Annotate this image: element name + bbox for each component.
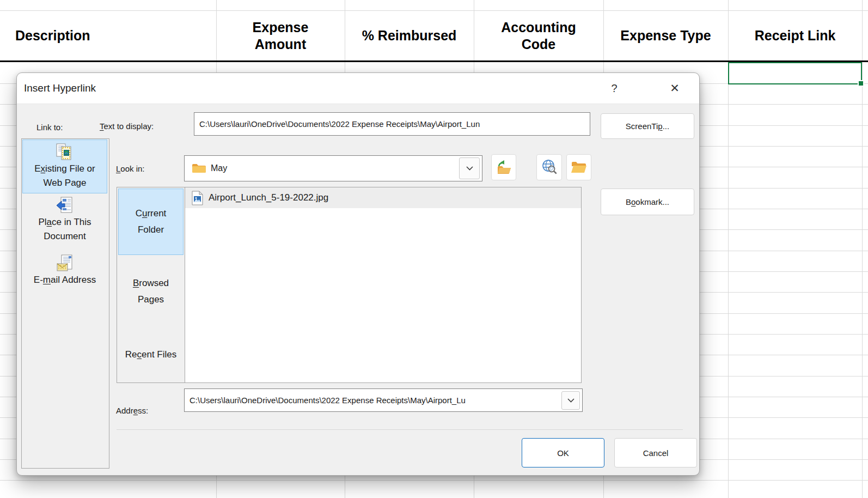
- look-in-value: May: [211, 156, 456, 181]
- chevron-down-icon: [567, 398, 574, 403]
- email-address-icon: [56, 254, 74, 272]
- look-in-dropdown[interactable]: May: [184, 155, 482, 181]
- look-in-chevron-button[interactable]: [459, 157, 480, 179]
- ok-button[interactable]: OK: [522, 438, 604, 467]
- file-browser-panel: Current Folder Browsed Pages Recent File…: [117, 187, 582, 383]
- gridline: [862, 0, 863, 498]
- address-label: Address:: [116, 405, 148, 416]
- category-recent-files[interactable]: Recent Files: [117, 345, 185, 364]
- column-header-expense-amount[interactable]: Expense Amount: [216, 11, 345, 60]
- chevron-down-icon: [466, 166, 473, 171]
- link-to-place-in-this-document[interactable]: Place in This Document: [22, 193, 107, 244]
- excel-window: Description Expense Amount % Reimbursed …: [0, 0, 868, 498]
- cancel-button[interactable]: Cancel: [614, 438, 697, 467]
- category-browsed-pages[interactable]: Browsed Pages: [117, 274, 185, 309]
- close-icon[interactable]: ✕: [665, 73, 684, 104]
- fill-handle[interactable]: [858, 80, 864, 87]
- insert-hyperlink-dialog: Insert Hyperlink ? ✕ Link to: Existing F…: [16, 72, 700, 476]
- column-header-percent-reimbursed[interactable]: % Reimbursed: [345, 11, 474, 60]
- browse-the-web-icon: [541, 159, 558, 175]
- folder-icon: [192, 162, 206, 174]
- link-to-bar: Existing File or Web Page Place in This …: [21, 138, 109, 469]
- dialog-title-bar: Insert Hyperlink ? ✕: [17, 73, 699, 104]
- selected-cell[interactable]: [728, 62, 862, 84]
- column-header-accounting-code[interactable]: Accounting Code: [474, 11, 603, 60]
- footer-separator: [117, 429, 683, 430]
- text-to-display-input[interactable]: C:\Users\lauri\OneDrive\Documents\2022 E…: [194, 112, 590, 136]
- category-bar: Current Folder Browsed Pages Recent File…: [117, 187, 185, 382]
- up-one-folder-button[interactable]: [491, 154, 516, 180]
- dialog-title: Insert Hyperlink: [24, 73, 96, 104]
- browse-for-file-button[interactable]: [566, 154, 591, 180]
- address-chevron-button[interactable]: [561, 391, 580, 410]
- file-name: Airport_Lunch_5-19-2022.jpg: [209, 192, 328, 203]
- screentip-button[interactable]: ScreenTip...: [601, 113, 694, 139]
- text-to-display-label: Text to display:: [100, 121, 154, 132]
- image-file-icon: [192, 191, 203, 205]
- up-one-folder-icon: [496, 160, 512, 175]
- browse-for-file-icon: [571, 161, 587, 174]
- category-current-folder[interactable]: Current Folder: [118, 189, 184, 255]
- link-to-existing-file-or-web-page[interactable]: Existing File or Web Page: [22, 139, 107, 193]
- file-list-item[interactable]: Airport_Lunch_5-19-2022.jpg: [185, 187, 581, 208]
- link-to-label: Link to:: [36, 122, 63, 133]
- browse-the-web-button[interactable]: [536, 154, 562, 180]
- gridline: [0, 480, 868, 481]
- column-header-receipt-link[interactable]: Receipt Link: [728, 11, 862, 60]
- help-icon[interactable]: ?: [605, 73, 624, 104]
- look-in-label: Look in:: [116, 163, 145, 174]
- existing-file-or-web-page-icon: [56, 143, 74, 161]
- place-in-this-document-icon: [56, 196, 74, 215]
- link-to-email-address[interactable]: E-mail Address: [22, 251, 107, 287]
- column-header-description[interactable]: Description: [0, 11, 231, 60]
- column-header-expense-type[interactable]: Expense Type: [603, 11, 728, 60]
- address-dropdown[interactable]: C:\Users\lauri\OneDrive\Documents\2022 E…: [184, 388, 583, 412]
- bookmark-button[interactable]: Bookmark...: [601, 189, 694, 215]
- address-value: C:\Users\lauri\OneDrive\Documents\2022 E…: [190, 389, 558, 411]
